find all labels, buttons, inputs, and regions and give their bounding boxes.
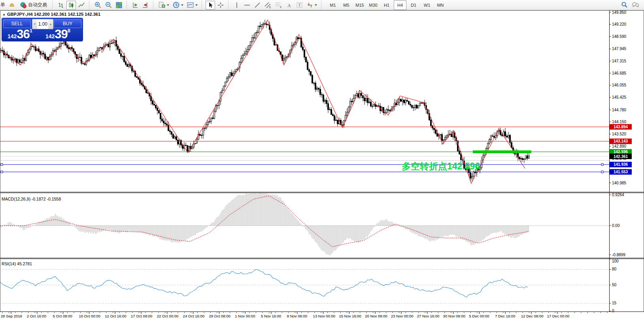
candle-body (152, 101, 153, 104)
price-tick-label: 149.850 (612, 10, 627, 15)
candle-body (280, 52, 281, 55)
candle-body (508, 135, 509, 137)
candle-body (332, 114, 334, 116)
equidistant-channel-icon: E (264, 1, 272, 9)
candle-body (18, 60, 19, 63)
one-click-trading-panel: SELL ▼ ▲ BUY 142 36 1 142 39 8 (2, 18, 83, 41)
time-axis-label: 28 Sep 2018 (1, 314, 22, 318)
candle-body (320, 89, 321, 94)
arrows-button[interactable] (305, 1, 318, 9)
candle-body (174, 137, 176, 138)
candle-body (336, 120, 337, 120)
clock-icon (172, 1, 180, 9)
buy-price-display: 142 39 8 (45, 28, 70, 40)
price-badge: 141.936 (610, 162, 632, 167)
candle-body (399, 99, 400, 102)
trendline-button[interactable] (253, 1, 262, 9)
price-tick-label: 147.315 (612, 59, 627, 63)
fibonacci-button[interactable]: F (274, 1, 283, 9)
timeframe-m5[interactable]: M5 (340, 0, 353, 10)
bar-chart-button[interactable] (56, 1, 66, 9)
time-axis-label: 1 Nov 00:00 (235, 314, 255, 318)
candle-body (415, 105, 416, 108)
candle-body (459, 151, 460, 154)
line-handle[interactable] (1, 171, 3, 173)
candle-body (257, 32, 258, 33)
text-button[interactable]: A (284, 1, 294, 9)
periods-button[interactable] (171, 1, 185, 9)
candle-body (141, 83, 142, 84)
toolbar-separator (153, 1, 155, 9)
candle-body (374, 104, 375, 106)
chart-shift-button[interactable] (141, 1, 150, 9)
timeframe-w1[interactable]: W1 (421, 0, 433, 10)
rsi-axis-label: 0 (612, 309, 614, 313)
zoom-in-icon (94, 1, 102, 9)
equidistant-channel-button[interactable]: E (263, 1, 273, 9)
vertical-line-button[interactable] (232, 1, 242, 9)
time-axis-label: 2 Oct 16:00 (27, 314, 46, 318)
rsi-axis-label: 15 (612, 301, 617, 305)
templates-button[interactable] (185, 1, 199, 9)
candle-body (421, 103, 422, 103)
candle-body (307, 62, 308, 69)
collapse-panel-icon[interactable]: ▲ (2, 13, 6, 16)
price-tick-label: 146.685 (612, 71, 627, 75)
candle-body (263, 24, 264, 25)
time-axis-label: 5 Dec 00:00 (469, 314, 489, 318)
text-label-button[interactable]: T (295, 1, 304, 9)
volume-increase-button[interactable]: ▲ (48, 19, 53, 29)
candle-body (359, 93, 361, 97)
chart-annotation-text[interactable]: 多空转折点142.596 (402, 161, 480, 171)
line-handle[interactable] (601, 163, 603, 165)
timeframe-m15[interactable]: M15 (353, 0, 366, 10)
cursor-button[interactable] (206, 1, 215, 9)
line-handle[interactable] (601, 171, 603, 173)
timeframe-m1[interactable]: M1 (327, 0, 339, 10)
candle-body (491, 136, 492, 140)
candle-body (133, 71, 134, 71)
text-label-icon: T (296, 1, 303, 9)
candle-body (367, 98, 368, 103)
timeframe-mn[interactable]: MN (434, 0, 447, 10)
volume-input[interactable] (37, 19, 48, 29)
time-axis-label: 12 Dec 08:00 (521, 314, 544, 318)
auto-scroll-button[interactable] (130, 1, 140, 9)
zoom-in-button[interactable] (93, 1, 103, 9)
timeframe-h4[interactable]: H4 (394, 0, 406, 10)
time-axis-label: 10 Oct 00:00 (79, 314, 100, 318)
timeframe-h1[interactable]: H1 (380, 0, 393, 10)
search-button[interactable] (619, 1, 629, 9)
candle-body (192, 147, 193, 149)
crosshair-button[interactable] (216, 1, 225, 9)
candlestick-chart-button[interactable] (66, 1, 76, 9)
toolbar-separator (127, 1, 128, 9)
line-chart-button[interactable] (77, 1, 86, 9)
buy-button[interactable]: BUY (54, 19, 81, 28)
chat-button[interactable] (630, 1, 640, 9)
horizontal-line-button[interactable] (242, 1, 252, 9)
candle-body (410, 104, 411, 105)
timeframe-m30[interactable]: M30 (367, 0, 380, 10)
zoom-out-button[interactable] (104, 1, 113, 9)
candle-body (147, 93, 149, 93)
price-badge: 143.894 (610, 124, 632, 129)
line-handle[interactable] (1, 163, 3, 165)
order-menu-label[interactable]: 单 (0, 2, 7, 8)
volume-decrease-button[interactable]: ▼ (32, 19, 37, 29)
autotrade-button[interactable]: 自动交易 (17, 1, 49, 9)
price-tick-label: 143.520 (612, 132, 627, 136)
add-indicator-button[interactable] (157, 1, 170, 9)
sell-button[interactable]: SELL (3, 19, 31, 28)
gold-button[interactable] (7, 1, 17, 9)
tile-windows-button[interactable] (114, 1, 124, 9)
candle-body (351, 101, 353, 102)
top-toolbar: 单 自动交易 (0, 0, 644, 10)
candle-body (30, 47, 32, 49)
price-badge-label: 141.936 (614, 162, 628, 167)
candle-body (228, 77, 229, 78)
candle-body (434, 128, 435, 130)
timeframe-d1[interactable]: D1 (407, 0, 420, 10)
candle-body (2, 50, 3, 51)
svg-text:E: E (269, 6, 271, 9)
